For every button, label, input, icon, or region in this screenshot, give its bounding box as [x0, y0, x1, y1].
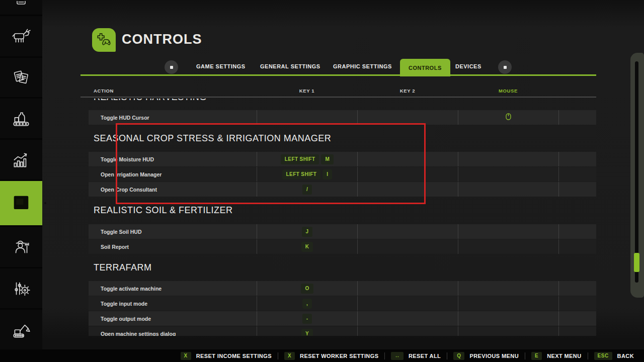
- mouse-cell[interactable]: [458, 239, 558, 254]
- excavator-icon: [11, 319, 32, 340]
- action-label: Open machine settings dialog: [89, 326, 257, 336]
- key-binding[interactable]: J: [302, 227, 313, 237]
- table-row[interactable]: Toggle input mode ,: [89, 296, 596, 311]
- tab-underline: [80, 74, 596, 76]
- column-header-action: ACTION: [94, 88, 114, 94]
- key-binding[interactable]: LEFT SHIFT: [282, 169, 321, 179]
- tab-general-settings[interactable]: GENERAL SETTINGS: [260, 63, 320, 69]
- gamepad-icon: [96, 31, 113, 50]
- action-label: Toggle HUD Cursor: [89, 110, 257, 125]
- key1-cell[interactable]: O: [257, 281, 357, 296]
- key-binding[interactable]: Y: [301, 329, 313, 336]
- key2-cell[interactable]: [357, 296, 458, 311]
- sidebar-item-settings-active[interactable]: [0, 181, 42, 225]
- table-row[interactable]: Toggle Soil HUD J: [89, 224, 596, 239]
- key-binding[interactable]: O: [301, 284, 313, 294]
- key-binding[interactable]: /: [302, 185, 312, 195]
- key2-cell[interactable]: [357, 152, 458, 166]
- key1-cell[interactable]: J: [257, 224, 357, 239]
- mouse-cell[interactable]: [458, 296, 558, 311]
- cow-icon: [11, 26, 32, 47]
- key1-cell[interactable]: Y: [257, 326, 357, 336]
- mouse-cell[interactable]: [458, 326, 558, 336]
- page-title: CONTROLS: [122, 32, 202, 47]
- key1-cell[interactable]: /: [257, 182, 357, 197]
- table-header-divider: [80, 97, 596, 98]
- table-row[interactable]: Open Crop Consultant /: [89, 182, 596, 197]
- tab-game-settings[interactable]: GAME SETTINGS: [196, 63, 246, 69]
- next-menu-button[interactable]: E NEXT MENU: [525, 352, 588, 360]
- key2-cell[interactable]: [357, 311, 458, 326]
- mouse-cell[interactable]: [458, 281, 558, 296]
- mouse-cell[interactable]: [458, 152, 558, 166]
- key2-cell[interactable]: [357, 239, 458, 254]
- key-binding[interactable]: I: [323, 169, 332, 179]
- tabs-next-button[interactable]: [498, 60, 512, 74]
- main-panel: CONTROLS GAME SETTINGS GENERAL SETTINGS …: [42, 0, 644, 349]
- table-row[interactable]: Toggle Moisture HUD LEFT SHIFT M: [89, 152, 596, 166]
- key2-cell[interactable]: [357, 110, 458, 125]
- production-icon: [11, 108, 32, 129]
- mouse-cell[interactable]: [458, 167, 558, 182]
- sidebar-item-farm-manager[interactable]: [0, 227, 42, 267]
- key1-cell[interactable]: -: [257, 311, 357, 326]
- arrows-key-icon: ↔: [391, 352, 404, 360]
- mouse-cell[interactable]: [458, 110, 558, 125]
- table-row[interactable]: Toggle HUD Cursor: [89, 110, 596, 125]
- previous-menu-button[interactable]: Q PREVIOUS MENU: [447, 352, 525, 360]
- key1-cell[interactable]: LEFT SHIFT M: [257, 152, 357, 166]
- sidebar-item-statistics[interactable]: [0, 140, 42, 179]
- table-row[interactable]: Toggle output mode -: [89, 311, 596, 326]
- key1-cell[interactable]: LEFT SHIFT I: [257, 167, 357, 182]
- back-button[interactable]: ESC BACK: [588, 352, 640, 360]
- scrollbar-track[interactable]: [635, 61, 638, 283]
- key2-cell[interactable]: [357, 224, 458, 239]
- key2-cell[interactable]: [357, 326, 458, 336]
- sidebar-item-production[interactable]: [0, 99, 42, 138]
- key2-cell[interactable]: [357, 281, 458, 296]
- tab-controls[interactable]: CONTROLS: [400, 59, 450, 76]
- table-row[interactable]: Toggle activate machine O: [89, 281, 596, 296]
- action-label: Soil Report: [89, 239, 257, 254]
- key1-cell[interactable]: K: [257, 239, 357, 254]
- mouse-cell[interactable]: [458, 311, 558, 326]
- key-binding[interactable]: LEFT SHIFT: [281, 154, 319, 164]
- sidebar: [0, 0, 42, 349]
- key-binding[interactable]: ,: [302, 299, 312, 309]
- sidebar-item-mod-settings[interactable]: [0, 268, 42, 308]
- sidebar-item-construction[interactable]: [0, 310, 42, 349]
- key-binding[interactable]: -: [302, 314, 312, 324]
- sidebar-item-animals[interactable]: [0, 16, 42, 56]
- vehicle-icon: [12, 1, 30, 14]
- mouse-cell[interactable]: [458, 224, 558, 239]
- x-key-icon: X: [181, 352, 191, 360]
- sliders-gear-icon: [11, 278, 32, 299]
- action-label: Toggle Moisture HUD: [89, 152, 257, 166]
- reset-income-settings-button[interactable]: X RESET INCOME SETTINGS: [175, 352, 278, 360]
- mouse-cell[interactable]: [458, 182, 558, 197]
- key2-cell[interactable]: [357, 182, 458, 197]
- tab-devices[interactable]: DEVICES: [455, 63, 481, 69]
- reset-worker-settings-button[interactable]: X RESET WORKER SETTINGS: [278, 352, 384, 360]
- sidebar-item-vehicle[interactable]: [0, 0, 42, 15]
- reset-all-button[interactable]: ↔ RESET ALL: [385, 352, 447, 360]
- key-binding[interactable]: M: [321, 154, 334, 164]
- x-key-icon: X: [284, 352, 295, 360]
- scrollbar-thumb[interactable]: [634, 253, 639, 272]
- action-label: Toggle input mode: [89, 296, 257, 311]
- table-row[interactable]: Open machine settings dialog Y: [89, 326, 596, 336]
- mouse-icon: [506, 113, 511, 122]
- tab-graphic-settings[interactable]: GRAPHIC SETTINGS: [333, 63, 392, 69]
- key1-cell[interactable]: [257, 110, 357, 125]
- action-label: Toggle output mode: [89, 311, 257, 326]
- section-title-realistic-soil: REALISTIC SOIL & FERTILIZER: [94, 205, 233, 216]
- scrollbar[interactable]: [630, 53, 644, 298]
- controls-list: REALISTIC HARVESTING Toggle HUD Cursor S…: [80, 99, 601, 336]
- tabs-prev-button[interactable]: [165, 60, 178, 74]
- sidebar-item-contracts[interactable]: [0, 58, 42, 97]
- table-row[interactable]: Soil Report K: [89, 239, 596, 254]
- key2-cell[interactable]: [357, 167, 458, 182]
- key-binding[interactable]: K: [301, 242, 313, 252]
- key1-cell[interactable]: ,: [257, 296, 357, 311]
- table-row[interactable]: Open Irrigation Manager LEFT SHIFT I: [89, 167, 596, 182]
